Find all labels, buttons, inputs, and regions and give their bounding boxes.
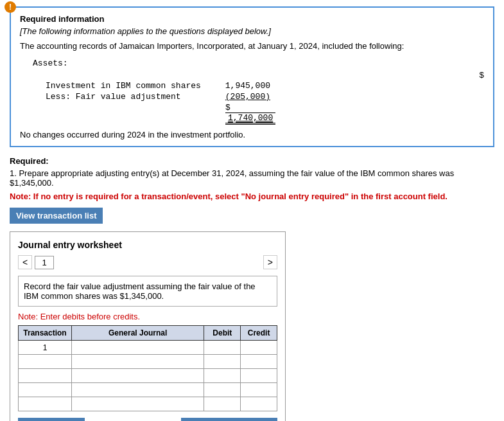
required-info-box: ! Required information [The following in… bbox=[10, 6, 494, 147]
credit-input-3[interactable] bbox=[241, 369, 277, 383]
assets-table: $ Investment in IBM common shares 1,945,… bbox=[46, 71, 484, 125]
page-container: ! Required information [The following in… bbox=[0, 0, 504, 421]
record-entry-button[interactable]: Record entry bbox=[18, 418, 85, 421]
general-journal-input-3[interactable] bbox=[71, 369, 204, 383]
nav-row: < 1 > bbox=[18, 255, 277, 269]
transaction-cell-2 bbox=[19, 355, 72, 369]
table-row: 1 bbox=[19, 341, 277, 355]
journal-table: Transaction General Journal Debit Credit… bbox=[18, 325, 277, 411]
required-label: Required: bbox=[10, 156, 494, 166]
required-info-desc: The accounting records of Jamaican Impor… bbox=[20, 41, 484, 51]
transaction-header: Transaction bbox=[19, 326, 72, 341]
credit-field-5[interactable] bbox=[244, 399, 274, 409]
required-info-title: Required information bbox=[20, 14, 484, 24]
prev-arrow-button[interactable]: < bbox=[18, 255, 32, 269]
credit-field-3[interactable] bbox=[244, 371, 274, 381]
journal-worksheet: Journal entry worksheet < 1 > Record the… bbox=[10, 231, 286, 421]
gj-input-1[interactable] bbox=[75, 343, 200, 352]
required-question: 1. Prepare appropriate adjusting entry(s… bbox=[10, 168, 494, 188]
credit-input-1[interactable] bbox=[241, 341, 277, 355]
total-dollar: $ bbox=[225, 103, 230, 112]
debit-field-1[interactable] bbox=[207, 343, 237, 352]
debit-header: Debit bbox=[204, 326, 241, 341]
credit-header: Credit bbox=[241, 326, 277, 341]
transaction-cell-3 bbox=[19, 369, 72, 383]
credit-input-2[interactable] bbox=[241, 355, 277, 369]
transaction-cell-1: 1 bbox=[19, 341, 72, 355]
investment-label: Investment in IBM common shares bbox=[46, 81, 213, 91]
gj-input-5[interactable] bbox=[75, 399, 200, 409]
general-journal-header: General Journal bbox=[71, 326, 204, 341]
debit-field-4[interactable] bbox=[207, 385, 237, 395]
credit-field-2[interactable] bbox=[244, 357, 274, 366]
required-section: Required: 1. Prepare appropriate adjusti… bbox=[10, 156, 494, 201]
total-value-row: 1,740,000 bbox=[225, 112, 484, 125]
bottom-buttons-row: Record entry View general journal bbox=[18, 418, 277, 421]
debit-field-3[interactable] bbox=[207, 371, 237, 381]
general-journal-input-4[interactable] bbox=[71, 383, 204, 397]
assets-row-2: Less: Fair value adjustment (205,000) bbox=[46, 92, 484, 102]
credit-field-1[interactable] bbox=[244, 343, 274, 352]
debit-field-2[interactable] bbox=[207, 357, 237, 366]
debit-input-5[interactable] bbox=[204, 397, 241, 411]
required-info-subtitle: [The following information applies to th… bbox=[20, 26, 484, 36]
gj-input-2[interactable] bbox=[75, 357, 200, 366]
total-value: 1,740,000 bbox=[225, 112, 275, 125]
credit-input-4[interactable] bbox=[241, 383, 277, 397]
debit-input-4[interactable] bbox=[204, 383, 241, 397]
table-row bbox=[19, 369, 277, 383]
transaction-cell-5 bbox=[19, 397, 72, 411]
assets-label: Assets: bbox=[33, 58, 484, 68]
note-debits: Note: Enter debits before credits. bbox=[18, 312, 277, 321]
view-general-journal-button[interactable]: View general journal bbox=[181, 418, 277, 421]
no-changes-text: No changes occurred during 2024 in the i… bbox=[20, 130, 484, 139]
debit-input-3[interactable] bbox=[204, 369, 241, 383]
dollar-sign-1: $ bbox=[232, 71, 484, 80]
debit-input-1[interactable] bbox=[204, 341, 241, 355]
transaction-cell-4 bbox=[19, 383, 72, 397]
general-journal-input-5[interactable] bbox=[71, 397, 204, 411]
investment-value: 1,945,000 bbox=[213, 81, 270, 91]
gj-input-4[interactable] bbox=[75, 385, 200, 395]
journal-table-body: 1 bbox=[19, 341, 277, 411]
total-row: $ bbox=[225, 103, 484, 112]
general-journal-input-1[interactable] bbox=[71, 341, 204, 355]
debit-input-2[interactable] bbox=[204, 355, 241, 369]
next-arrow-button[interactable]: > bbox=[263, 255, 277, 269]
journal-title: Journal entry worksheet bbox=[18, 240, 277, 250]
page-number: 1 bbox=[35, 256, 54, 269]
required-note: Note: If no entry is required for a tran… bbox=[10, 192, 494, 201]
general-journal-input-2[interactable] bbox=[71, 355, 204, 369]
debit-field-5[interactable] bbox=[207, 399, 237, 409]
credit-input-5[interactable] bbox=[241, 397, 277, 411]
table-row bbox=[19, 355, 277, 369]
view-transaction-list-button[interactable]: View transaction list bbox=[10, 208, 103, 224]
gj-input-3[interactable] bbox=[75, 371, 200, 381]
table-row bbox=[19, 397, 277, 411]
table-row bbox=[19, 383, 277, 397]
description-box: Record the fair value adjustment assumin… bbox=[18, 276, 277, 307]
fair-value-value: (205,000) bbox=[213, 92, 270, 102]
credit-field-4[interactable] bbox=[244, 385, 274, 395]
assets-row-1: Investment in IBM common shares 1,945,00… bbox=[46, 81, 484, 91]
table-header-row: Transaction General Journal Debit Credit bbox=[19, 326, 277, 341]
assets-section: Assets: $ Investment in IBM common share… bbox=[33, 58, 484, 125]
exclamation-icon: ! bbox=[4, 1, 16, 13]
fair-value-label: Less: Fair value adjustment bbox=[46, 92, 213, 102]
